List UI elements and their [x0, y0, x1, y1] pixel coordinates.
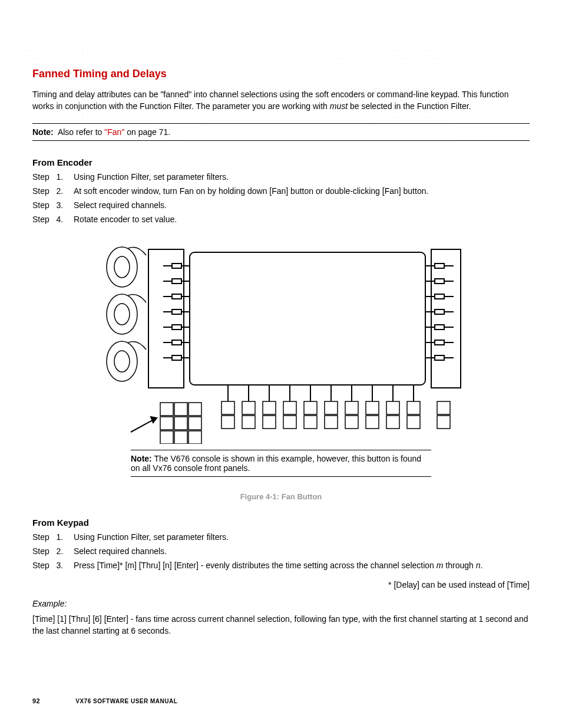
figure-note: Note: The V676 console is shown in this …: [131, 450, 431, 477]
svg-rect-77: [304, 416, 317, 429]
svg-rect-81: [345, 416, 358, 429]
svg-rect-78: [325, 401, 338, 414]
section-heading: Fanned Timing and Delays: [32, 68, 530, 80]
note-fan-reference: Note: Also refer to "Fan" on page 71.: [32, 123, 530, 141]
step-label: Step 1.: [32, 531, 74, 543]
svg-rect-25: [172, 355, 181, 360]
note-text-b: on page 71.: [124, 127, 170, 137]
intro-paragraph: Timing and delay attributes can be "fann…: [32, 88, 530, 113]
svg-rect-76: [304, 401, 317, 414]
svg-rect-80: [345, 401, 358, 414]
svg-rect-51: [189, 403, 201, 416]
svg-rect-57: [189, 431, 201, 444]
svg-rect-88: [437, 401, 450, 414]
step-text: At soft encoder window, turn Fan on by h…: [74, 185, 530, 197]
svg-rect-6: [190, 252, 425, 385]
example-label: Example:: [32, 598, 530, 610]
svg-rect-53: [174, 417, 187, 430]
svg-rect-72: [263, 401, 276, 414]
note-label: Note:: [32, 127, 54, 137]
step-row: Step 4. Rotate encoder to set value.: [32, 213, 530, 225]
step-label: Step 3.: [32, 199, 74, 211]
step-row: Step 2. Select required channels.: [32, 545, 530, 557]
step-row: Step 1. Using Function Filter, set param…: [32, 531, 530, 543]
page-number: 92: [32, 697, 74, 704]
svg-rect-83: [366, 416, 379, 429]
svg-rect-31: [435, 279, 444, 284]
step-text: Select required channels.: [74, 199, 530, 211]
figure-note-label: Note:: [131, 454, 152, 463]
step-text: Using Function Filter, set parameter fil…: [74, 171, 530, 183]
svg-rect-75: [283, 416, 296, 429]
svg-point-2: [107, 294, 137, 334]
svg-rect-87: [407, 416, 420, 429]
svg-point-0: [107, 247, 137, 287]
figure-fan-button: Note: The V676 console is shown in this …: [32, 238, 530, 501]
svg-rect-16: [172, 309, 181, 314]
intro-emphasis: must: [330, 101, 348, 111]
svg-rect-13: [172, 294, 181, 299]
svg-rect-10: [172, 279, 181, 284]
svg-marker-91: [151, 417, 157, 423]
svg-rect-28: [435, 263, 444, 268]
svg-rect-54: [189, 417, 201, 430]
svg-rect-22: [172, 340, 181, 345]
svg-rect-55: [160, 431, 173, 444]
step-label: Step 2.: [32, 545, 74, 557]
svg-rect-52: [160, 417, 173, 430]
svg-rect-56: [174, 431, 187, 444]
step-text: Rotate encoder to set value.: [74, 213, 530, 225]
example-text: [Time] [1] [Thru] [6] [Enter] - fans tim…: [32, 613, 530, 637]
svg-rect-50: [174, 403, 187, 416]
svg-rect-37: [435, 309, 444, 314]
delay-footnote: * [Delay] can be used instead of [Time]: [32, 580, 530, 589]
svg-rect-69: [222, 416, 234, 429]
manual-title: VX76 SOFTWARE USER MANUAL: [75, 698, 177, 704]
fan-cross-reference-link[interactable]: "Fan": [104, 127, 124, 137]
svg-point-3: [114, 304, 130, 325]
step-text: Select required channels.: [74, 545, 530, 557]
svg-point-4: [107, 341, 137, 381]
console-diagram-svg: [95, 238, 467, 444]
svg-rect-46: [435, 355, 444, 360]
keypad-steps: Step 1. Using Function Filter, set param…: [32, 531, 530, 572]
svg-rect-82: [366, 401, 379, 414]
step-text: Using Function Filter, set parameter fil…: [74, 531, 530, 543]
step-label: Step 2.: [32, 185, 74, 197]
step-row: Step 2. At soft encoder window, turn Fan…: [32, 185, 530, 197]
step-row: Step 1. Using Function Filter, set param…: [32, 171, 530, 183]
from-encoder-heading: From Encoder: [32, 157, 530, 167]
from-keypad-heading: From Keypad: [32, 518, 530, 528]
svg-rect-73: [263, 416, 276, 429]
svg-rect-70: [242, 401, 255, 414]
svg-rect-40: [435, 325, 444, 330]
step-text: Press [Time]* [m] [Thru] [n] [Enter] - e…: [74, 559, 530, 571]
encoder-steps: Step 1. Using Function Filter, set param…: [32, 171, 530, 226]
svg-rect-85: [386, 416, 399, 429]
svg-rect-84: [386, 401, 399, 414]
svg-point-1: [114, 256, 130, 278]
svg-rect-43: [435, 340, 444, 345]
svg-rect-7: [172, 263, 181, 268]
svg-point-5: [114, 351, 130, 372]
intro-tail: be selected in the Function Filter.: [348, 101, 471, 111]
svg-rect-34: [435, 294, 444, 299]
svg-rect-86: [407, 401, 420, 414]
svg-rect-71: [242, 416, 255, 429]
svg-rect-68: [222, 401, 234, 414]
step-row: Step 3. Select required channels.: [32, 199, 530, 211]
figure-caption: Figure 4-1: Fan Button: [32, 492, 530, 501]
step-row: Step 3. Press [Time]* [m] [Thru] [n] [En…: [32, 559, 530, 571]
svg-rect-79: [325, 416, 338, 429]
svg-rect-49: [160, 403, 173, 416]
step-label: Step 4.: [32, 213, 74, 225]
svg-rect-74: [283, 401, 296, 414]
figure-note-text: The V676 console is shown in this exampl…: [131, 454, 421, 473]
var-m: m: [437, 561, 444, 570]
step-label: Step 3.: [32, 559, 74, 571]
svg-rect-89: [437, 416, 450, 429]
page-footer: 92 VX76 SOFTWARE USER MANUAL: [32, 697, 530, 704]
note-text-a: Also refer to: [58, 127, 104, 137]
svg-rect-19: [172, 325, 181, 330]
step-label: Step 1.: [32, 171, 74, 183]
